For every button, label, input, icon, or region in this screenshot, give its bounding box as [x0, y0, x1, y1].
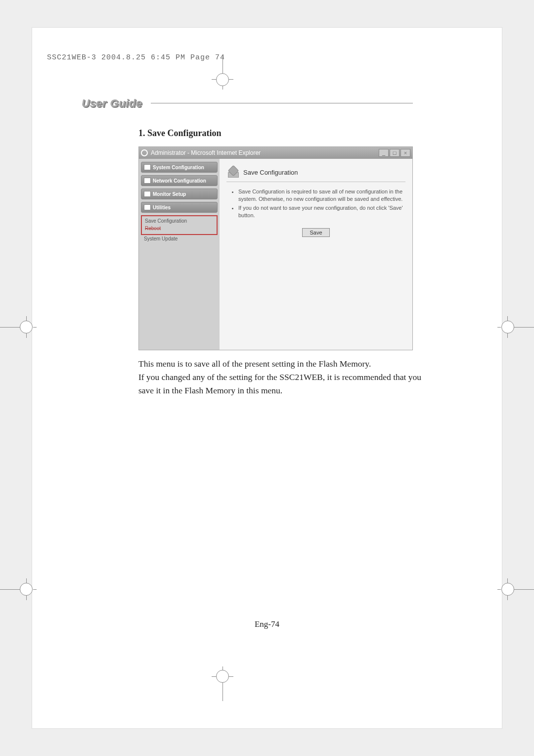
body-text: If you changed any of the setting for th…: [138, 371, 435, 397]
screenshot-window: Administrator - Microsoft Internet Explo…: [138, 146, 413, 350]
crop-mark: [33, 327, 37, 328]
crop-mark: [222, 666, 223, 670]
pane-bullets: Save Configuration is required to save a…: [238, 188, 405, 220]
user-guide-heading: User Guide: [82, 97, 142, 110]
nav-network-configuration[interactable]: Network Configuration: [141, 175, 218, 186]
highlighted-submenu: Save Configuration Reboot: [141, 215, 218, 235]
crop-mark: [497, 589, 501, 590]
nav-system-configuration[interactable]: System Configuration: [141, 162, 218, 173]
maximize-button[interactable]: □: [390, 149, 400, 157]
ie-icon: [141, 149, 148, 156]
main-pane: Save Configuration Save Configuration is…: [220, 159, 412, 350]
window-titlebar: Administrator - Microsoft Internet Explo…: [139, 147, 412, 159]
window-title: Administrator - Microsoft Internet Explo…: [151, 149, 261, 156]
heading-rule: [151, 103, 413, 103]
pane-title: Save Configuration: [243, 169, 298, 176]
subnav-system-update[interactable]: System Update: [141, 235, 218, 242]
crop-mark: [222, 86, 223, 90]
pane-header: Save Configuration: [226, 164, 405, 182]
nav-label: Network Configuration: [153, 178, 206, 184]
crop-mark: [216, 73, 229, 86]
crop-mark: [20, 321, 33, 333]
subnav-save-configuration[interactable]: Save Configuration: [144, 217, 215, 225]
body-text: This menu is to save all of the present …: [138, 357, 435, 371]
crop-mark: [20, 583, 33, 596]
pane-text: Save Configuration is required to save a…: [238, 188, 405, 203]
minimize-button[interactable]: _: [379, 149, 389, 157]
save-button-row: Save: [226, 228, 405, 237]
crop-mark: [501, 321, 514, 333]
crop-mark: [216, 670, 229, 683]
tools-icon: [144, 204, 151, 210]
pane-text: If you do not want to save your new conf…: [238, 204, 405, 220]
nav-label: Monitor Setup: [153, 191, 186, 197]
print-header: SSC21WEB-3 2004.8.25 6:45 PM Page 74: [47, 53, 225, 62]
nav-label: Utilities: [153, 205, 171, 210]
nav-utilities[interactable]: Utilities: [141, 202, 218, 213]
network-icon: [144, 178, 151, 184]
monitor-icon: [144, 164, 151, 170]
app-body: System Configuration Network Configurati…: [139, 159, 412, 350]
monitor-icon: [144, 191, 151, 197]
crop-mark: [501, 583, 514, 596]
nav-monitor-setup[interactable]: Monitor Setup: [141, 189, 218, 199]
body-paragraphs: This menu is to save all of the present …: [138, 357, 435, 397]
crop-mark: [511, 327, 534, 328]
subnav-reboot[interactable]: Reboot: [144, 225, 215, 232]
nav-label: System Configuration: [153, 165, 204, 170]
section-title: 1. Save Configuration: [138, 128, 222, 139]
save-button[interactable]: Save: [302, 228, 329, 237]
document-page: SSC21WEB-3 2004.8.25 6:45 PM Page 74 Use…: [32, 27, 502, 729]
page-number: Eng-74: [32, 619, 502, 629]
save-disk-icon: [227, 167, 238, 178]
crop-mark: [33, 589, 37, 590]
sidebar: System Configuration Network Configurati…: [139, 159, 220, 350]
crop-mark: [497, 327, 501, 328]
close-button[interactable]: ×: [400, 149, 410, 157]
crop-mark: [511, 589, 534, 590]
window-controls: _ □ ×: [379, 149, 410, 157]
